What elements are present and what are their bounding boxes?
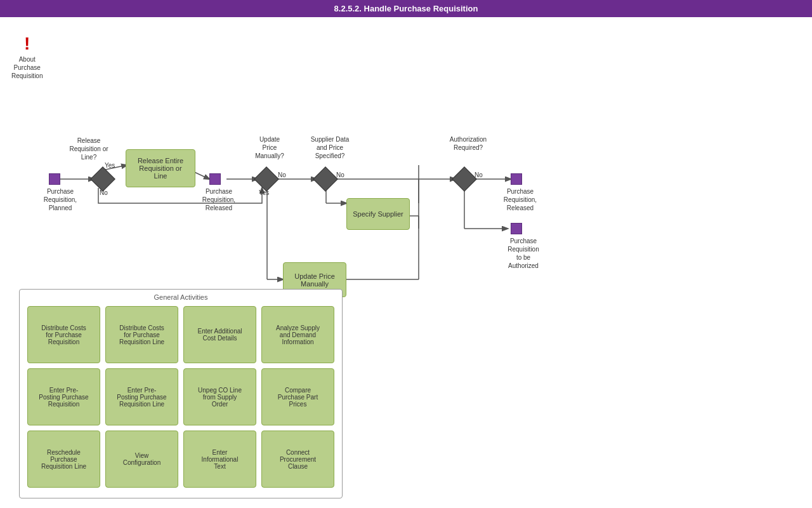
activities-grid: Distribute Costsfor PurchaseRequisition … [20, 306, 342, 495]
update-price-question-label: UpdatePriceManually? [247, 135, 292, 160]
btn-unpeg-co-line[interactable]: Unpeg CO Linefrom SupplyOrder [183, 368, 256, 425]
btn-compare-part-prices[interactable]: ComparePurchase PartPrices [261, 368, 334, 425]
btn-distribute-costs-req[interactable]: Distribute Costsfor PurchaseRequisition [27, 306, 100, 363]
general-activities-title: General Activities [20, 293, 342, 301]
pr-released-label-2: PurchaseRequisition,Released [495, 187, 546, 212]
yes-label-d2: Yes [259, 189, 269, 196]
btn-analyze-supply[interactable]: Analyze Supplyand DemandInformation [261, 306, 334, 363]
btn-view-configuration[interactable]: ViewConfiguration [105, 431, 178, 488]
pr-authorize-label: PurchaseRequisitionto beAuthorized [495, 237, 552, 270]
no-label-d1: No [100, 189, 108, 196]
purchase-requisition-planned-label: PurchaseRequisition,Planned [35, 187, 86, 212]
btn-procurement-clause[interactable]: ConnectProcurementClause [261, 431, 334, 488]
title-text: 8.2.5.2. Handle Purchase Requisition [334, 4, 478, 13]
title-bar: 8.2.5.2. Handle Purchase Requisition [0, 0, 812, 17]
release-entire-box[interactable]: Release EntireRequisition orLine [126, 149, 195, 187]
general-activities-panel: General Activities Distribute Costsfor P… [19, 289, 343, 498]
gateway-auth [455, 170, 473, 188]
btn-preposting-req[interactable]: Enter Pre-Posting PurchaseRequisition [27, 368, 100, 425]
gateway-supplier [317, 170, 334, 188]
auth-question-label: AuthorizationRequired? [443, 135, 494, 152]
btn-additional-cost[interactable]: Enter AdditionalCost Details [183, 306, 256, 363]
pr-released-event-1 [209, 173, 221, 185]
diagram: PurchaseRequisition,Planned ReleaseRequi… [0, 32, 812, 298]
release-question-label: ReleaseRequisition orLine? [63, 137, 114, 161]
pr-released-event-2 [511, 173, 522, 185]
yes-label-1: Yes [105, 162, 115, 169]
no-label-d3: No [336, 171, 344, 178]
no-label-d4: No [475, 171, 483, 178]
btn-informational-text[interactable]: EnterInformationalText [183, 431, 256, 488]
btn-reschedule-req-line[interactable]: ReschedulePurchaseRequisition Line [27, 431, 100, 488]
gateway-release [94, 170, 112, 188]
start-event [49, 173, 60, 185]
supplier-question-label: Supplier Dataand PriceSpecified? [304, 135, 355, 160]
pr-authorize-event [511, 223, 522, 234]
pr-released-label-1: PurchaseRequisition,Released [193, 187, 244, 212]
btn-preposting-req-line[interactable]: Enter Pre-Posting PurchaseRequisition Li… [105, 368, 178, 425]
diagram-arrows [0, 32, 812, 298]
gateway-update-price [258, 170, 275, 188]
no-label-d2: No [278, 171, 286, 178]
btn-distribute-costs-req-line[interactable]: Distribute Costsfor PurchaseRequisition … [105, 306, 178, 363]
specify-supplier-box[interactable]: Specify Supplier [346, 198, 410, 230]
